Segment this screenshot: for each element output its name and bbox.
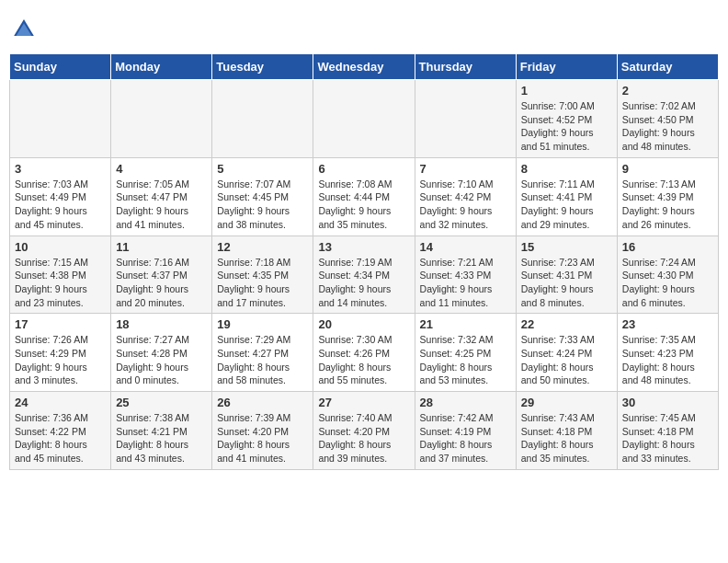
day-header-friday: Friday [516,54,617,80]
page-header [9,9,719,46]
day-cell: 15Sunrise: 7:23 AM Sunset: 4:31 PM Dayli… [516,236,617,314]
day-number: 2 [622,84,713,98]
day-cell: 12Sunrise: 7:18 AM Sunset: 4:35 PM Dayli… [212,236,313,314]
day-number: 1 [521,84,612,98]
day-number: 10 [15,240,106,254]
day-cell: 30Sunrise: 7:45 AM Sunset: 4:18 PM Dayli… [617,392,718,470]
day-info: Sunrise: 7:08 AM Sunset: 4:44 PM Dayligh… [318,178,409,232]
day-number: 15 [521,240,612,254]
day-number: 29 [521,396,612,409]
day-header-tuesday: Tuesday [212,54,313,80]
day-cell [212,80,313,158]
day-number: 4 [116,162,207,176]
day-number: 21 [420,317,511,331]
logo-icon [13,17,35,39]
day-info: Sunrise: 7:11 AM Sunset: 4:41 PM Dayligh… [521,178,612,232]
day-info: Sunrise: 7:03 AM Sunset: 4:49 PM Dayligh… [15,178,106,232]
day-cell: 7Sunrise: 7:10 AM Sunset: 4:42 PM Daylig… [415,157,516,236]
day-info: Sunrise: 7:38 AM Sunset: 4:21 PM Dayligh… [116,411,207,465]
day-number: 13 [318,240,409,254]
week-row-1: 1Sunrise: 7:00 AM Sunset: 4:52 PM Daylig… [10,80,719,158]
day-cell [415,80,516,158]
day-cell: 28Sunrise: 7:42 AM Sunset: 4:19 PM Dayli… [415,392,516,470]
day-number: 22 [521,317,612,331]
day-cell: 5Sunrise: 7:07 AM Sunset: 4:45 PM Daylig… [212,157,313,236]
day-info: Sunrise: 7:21 AM Sunset: 4:33 PM Dayligh… [420,256,511,310]
day-number: 16 [622,240,713,254]
day-info: Sunrise: 7:05 AM Sunset: 4:47 PM Dayligh… [116,178,207,232]
day-number: 17 [15,317,106,331]
day-number: 14 [420,240,511,254]
day-cell: 16Sunrise: 7:24 AM Sunset: 4:30 PM Dayli… [617,236,718,314]
day-cell: 2Sunrise: 7:02 AM Sunset: 4:50 PM Daylig… [617,80,718,158]
day-info: Sunrise: 7:32 AM Sunset: 4:25 PM Dayligh… [420,333,511,387]
day-number: 12 [217,240,308,254]
day-number: 26 [217,396,308,409]
day-info: Sunrise: 7:39 AM Sunset: 4:20 PM Dayligh… [217,411,308,465]
day-cell: 11Sunrise: 7:16 AM Sunset: 4:37 PM Dayli… [111,236,212,314]
day-info: Sunrise: 7:24 AM Sunset: 4:30 PM Dayligh… [622,256,713,310]
day-info: Sunrise: 7:29 AM Sunset: 4:27 PM Dayligh… [217,333,308,387]
day-cell: 22Sunrise: 7:33 AM Sunset: 4:24 PM Dayli… [516,314,617,392]
day-cell [10,80,111,158]
day-cell: 29Sunrise: 7:43 AM Sunset: 4:18 PM Dayli… [516,392,617,470]
day-info: Sunrise: 7:15 AM Sunset: 4:38 PM Dayligh… [15,256,106,310]
day-info: Sunrise: 7:18 AM Sunset: 4:35 PM Dayligh… [217,256,308,310]
day-info: Sunrise: 7:19 AM Sunset: 4:34 PM Dayligh… [318,256,409,310]
day-cell: 14Sunrise: 7:21 AM Sunset: 4:33 PM Dayli… [415,236,516,314]
week-row-2: 3Sunrise: 7:03 AM Sunset: 4:49 PM Daylig… [10,157,719,236]
day-cell: 4Sunrise: 7:05 AM Sunset: 4:47 PM Daylig… [111,157,212,236]
day-cell: 23Sunrise: 7:35 AM Sunset: 4:23 PM Dayli… [617,314,718,392]
day-number: 6 [318,162,409,176]
day-header-wednesday: Wednesday [313,54,415,80]
day-number: 8 [521,162,612,176]
day-number: 11 [116,240,207,254]
day-info: Sunrise: 7:13 AM Sunset: 4:39 PM Dayligh… [622,178,713,232]
logo [13,17,39,39]
day-header-saturday: Saturday [617,54,718,80]
day-number: 3 [15,162,106,176]
day-cell: 1Sunrise: 7:00 AM Sunset: 4:52 PM Daylig… [516,80,617,158]
day-cell: 6Sunrise: 7:08 AM Sunset: 4:44 PM Daylig… [313,157,415,236]
day-info: Sunrise: 7:36 AM Sunset: 4:22 PM Dayligh… [15,411,106,465]
day-number: 30 [622,396,713,409]
day-cell: 26Sunrise: 7:39 AM Sunset: 4:20 PM Dayli… [212,392,313,470]
day-number: 28 [420,396,511,409]
day-cell: 3Sunrise: 7:03 AM Sunset: 4:49 PM Daylig… [10,157,111,236]
day-header-monday: Monday [111,54,212,80]
day-number: 18 [116,317,207,331]
day-cell: 18Sunrise: 7:27 AM Sunset: 4:28 PM Dayli… [111,314,212,392]
day-info: Sunrise: 7:10 AM Sunset: 4:42 PM Dayligh… [420,178,511,232]
day-cell: 27Sunrise: 7:40 AM Sunset: 4:20 PM Dayli… [313,392,415,470]
day-number: 5 [217,162,308,176]
day-cell [111,80,212,158]
day-info: Sunrise: 7:02 AM Sunset: 4:50 PM Dayligh… [622,99,713,154]
day-info: Sunrise: 7:45 AM Sunset: 4:18 PM Dayligh… [622,411,713,465]
day-info: Sunrise: 7:30 AM Sunset: 4:26 PM Dayligh… [318,333,409,387]
day-cell: 24Sunrise: 7:36 AM Sunset: 4:22 PM Dayli… [10,392,111,470]
day-info: Sunrise: 7:00 AM Sunset: 4:52 PM Dayligh… [521,99,612,154]
day-info: Sunrise: 7:42 AM Sunset: 4:19 PM Dayligh… [420,411,511,465]
day-number: 19 [217,317,308,331]
day-number: 20 [318,317,409,331]
week-row-5: 24Sunrise: 7:36 AM Sunset: 4:22 PM Dayli… [10,392,719,470]
day-cell: 25Sunrise: 7:38 AM Sunset: 4:21 PM Dayli… [111,392,212,470]
day-number: 24 [15,396,106,409]
day-number: 7 [420,162,511,176]
day-cell: 9Sunrise: 7:13 AM Sunset: 4:39 PM Daylig… [617,157,718,236]
day-cell: 10Sunrise: 7:15 AM Sunset: 4:38 PM Dayli… [10,236,111,314]
day-number: 23 [622,317,713,331]
day-info: Sunrise: 7:43 AM Sunset: 4:18 PM Dayligh… [521,411,612,465]
day-info: Sunrise: 7:40 AM Sunset: 4:20 PM Dayligh… [318,411,409,465]
day-number: 9 [622,162,713,176]
day-info: Sunrise: 7:23 AM Sunset: 4:31 PM Dayligh… [521,256,612,310]
day-cell: 19Sunrise: 7:29 AM Sunset: 4:27 PM Dayli… [212,314,313,392]
day-info: Sunrise: 7:26 AM Sunset: 4:29 PM Dayligh… [15,333,106,387]
day-cell: 13Sunrise: 7:19 AM Sunset: 4:34 PM Dayli… [313,236,415,314]
day-info: Sunrise: 7:16 AM Sunset: 4:37 PM Dayligh… [116,256,207,310]
day-cell: 21Sunrise: 7:32 AM Sunset: 4:25 PM Dayli… [415,314,516,392]
day-info: Sunrise: 7:27 AM Sunset: 4:28 PM Dayligh… [116,333,207,387]
day-cell [313,80,415,158]
day-headers-row: SundayMondayTuesdayWednesdayThursdayFrid… [10,54,719,80]
day-cell: 20Sunrise: 7:30 AM Sunset: 4:26 PM Dayli… [313,314,415,392]
